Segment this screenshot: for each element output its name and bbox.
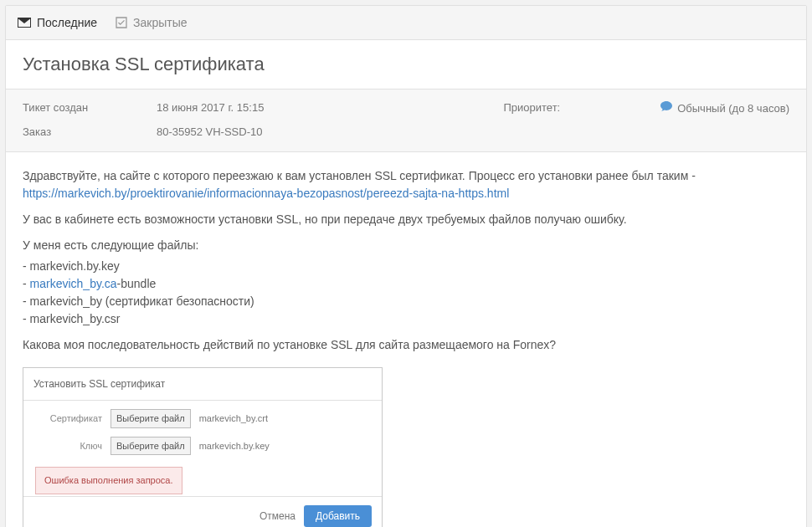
key-label: Ключ (35, 439, 102, 453)
created-label: Тикет создан (23, 101, 157, 114)
choose-file-button[interactable]: Выберите файл (110, 409, 191, 428)
key-filename: markevich.by.key (199, 439, 270, 453)
order-label: Заказ (23, 125, 157, 138)
created-value: 18 июня 2017 г. 15:15 (157, 101, 264, 114)
priority-label: Приоритет: (503, 101, 560, 114)
modal-footer: Отмена Добавить (23, 496, 382, 528)
submit-button[interactable]: Добавить (304, 505, 372, 527)
meta-left: Тикет создан 18 июня 2017 г. 15:15 Заказ… (23, 101, 264, 138)
intro-paragraph: Здравствуйте, на сайте с которого переез… (23, 167, 789, 202)
question-text: Какова моя последовательность действий п… (23, 336, 789, 354)
form-row-cert: Сертификат Выберите файл markevich_by.cr… (35, 409, 370, 428)
ticket-body: Здравствуйте, на сайте с которого переез… (6, 152, 806, 527)
form-row-key: Ключ Выберите файл markevich.by.key (35, 437, 370, 456)
modal-title: Установить SSL сертификат (23, 368, 382, 401)
list-item: - markevich_by.csr (23, 310, 789, 328)
priority-text: Обычный (до 8 часов) (677, 102, 789, 115)
cancel-button[interactable]: Отмена (260, 509, 296, 524)
tab-closed[interactable]: Закрытые (116, 16, 187, 29)
ssl-modal-screenshot: Установить SSL сертификат Сертификат Выб… (23, 367, 383, 527)
list-item: - markevich_by (сертификат безопасности) (23, 293, 789, 310)
chat-icon (660, 101, 672, 115)
files-intro: У меня есть следующие файлы: (23, 237, 789, 254)
order-value: 80-35952 VH-SSD-10 (157, 125, 264, 138)
error-message: Ошибка выполнения запроса. (35, 467, 182, 494)
error-description: У вас в кабинете есть возможности устано… (23, 211, 789, 228)
list-item: - markevich.by.key (23, 258, 789, 275)
check-square-icon (116, 17, 127, 28)
priority-value: Обычный (до 8 часов) (660, 101, 789, 115)
tab-recent[interactable]: Последние (18, 16, 97, 29)
file-list: - markevich.by.key - markevich_by.ca-bun… (23, 258, 789, 328)
cert-filename: markevich_by.crt (199, 412, 268, 426)
process-link[interactable]: https://markevich.by/proektirovanie/info… (23, 187, 509, 200)
ticket-header: Установка SSL сертификата (6, 40, 806, 90)
intro-text: Здравствуйте, на сайте с которого переез… (23, 169, 696, 182)
list-item: - markevich_by.ca-bundle (23, 275, 789, 293)
choose-file-button[interactable]: Выберите файл (110, 437, 191, 456)
cert-label: Сертификат (35, 412, 102, 426)
meta-right: Приоритет: Обычный (до 8 часов) (503, 101, 789, 138)
ticket-meta: Тикет создан 18 июня 2017 г. 15:15 Заказ… (6, 90, 806, 152)
tab-recent-label: Последние (37, 16, 97, 29)
modal-body: Сертификат Выберите файл markevich_by.cr… (23, 401, 382, 496)
page-title: Установка SSL сертификата (23, 54, 789, 75)
file-link[interactable]: markevich_by.ca (30, 277, 117, 290)
tab-closed-label: Закрытые (133, 16, 187, 29)
ticket-panel: Последние Закрытые Установка SSL сертифи… (5, 5, 807, 527)
envelope-icon (18, 18, 31, 28)
tabs-bar: Последние Закрытые (6, 6, 806, 40)
